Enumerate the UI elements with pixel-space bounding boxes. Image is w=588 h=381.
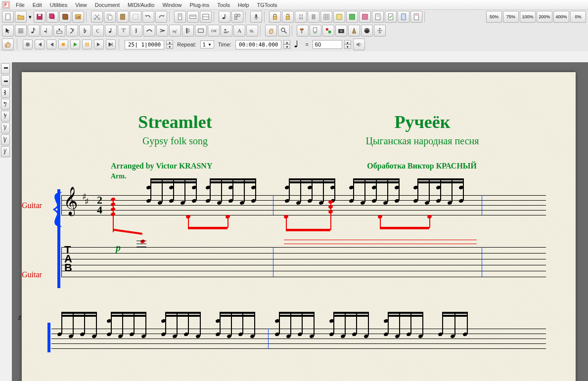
barline-tool-button[interactable] xyxy=(308,11,319,23)
transpose-button[interactable] xyxy=(219,11,230,23)
page-view-button[interactable] xyxy=(174,11,186,23)
forward-button[interactable] xyxy=(94,40,104,49)
palette-128th-rest[interactable] xyxy=(1,146,10,157)
mirror-tool[interactable] xyxy=(322,25,334,37)
layout-button[interactable] xyxy=(231,11,243,23)
stop-button[interactable] xyxy=(58,40,68,49)
palette-whole-rest[interactable] xyxy=(1,63,10,74)
rewind-button[interactable] xyxy=(46,40,56,49)
paste-button[interactable] xyxy=(117,11,129,23)
counter-spinner[interactable]: ▲▼ xyxy=(166,40,173,49)
simple-entry-tool[interactable] xyxy=(105,25,117,37)
graphics-tool[interactable] xyxy=(335,25,347,37)
tab-barline-1[interactable] xyxy=(273,247,273,277)
green-tool-button[interactable] xyxy=(346,11,358,23)
barline-1[interactable] xyxy=(273,195,273,215)
palette-64th-rest[interactable] xyxy=(1,134,10,145)
pause-button[interactable] xyxy=(82,40,92,49)
zoom-200-button[interactable]: 200% xyxy=(537,11,552,23)
forward-end-button[interactable] xyxy=(106,40,116,49)
menu-midi-audio[interactable]: MIDI/Audio xyxy=(124,1,158,9)
color-button[interactable] xyxy=(333,11,345,23)
scroll-view-button[interactable] xyxy=(187,11,199,23)
subtitle-english[interactable]: Gypsy folk song xyxy=(51,135,299,147)
staff-tool[interactable] xyxy=(15,25,27,37)
thumbs-up-button[interactable] xyxy=(2,39,14,50)
zoom-75-button[interactable]: 75% xyxy=(503,11,519,23)
unlock-button[interactable] xyxy=(282,11,294,23)
palette-16th-rest[interactable] xyxy=(1,111,10,122)
select-all-button[interactable] xyxy=(130,11,141,23)
key-tool[interactable] xyxy=(79,25,91,37)
menu-edit[interactable]: Edit xyxy=(29,1,46,9)
open-dropdown[interactable]: ▾ xyxy=(28,14,33,20)
new-button[interactable] xyxy=(2,11,14,23)
time-tool[interactable]: C xyxy=(92,25,104,37)
smart-shape-tool[interactable] xyxy=(143,25,155,37)
zoom-custom-button[interactable]: 0% xyxy=(570,11,586,23)
repeat-tool[interactable] xyxy=(182,25,194,37)
menu-tgtools[interactable]: TGTools xyxy=(253,1,281,9)
tab-barline-2[interactable] xyxy=(482,247,482,277)
zoom-400-button[interactable]: 400% xyxy=(553,11,569,23)
cut-button[interactable] xyxy=(91,11,103,23)
subtitle-russian[interactable]: Цыганская народная песня xyxy=(299,135,546,147)
speedy-tool[interactable] xyxy=(41,25,52,37)
menu-file[interactable]: File xyxy=(12,1,29,9)
selection-tool[interactable] xyxy=(2,25,14,37)
library-button[interactable]: LIB xyxy=(72,11,84,23)
menu-document[interactable]: Document xyxy=(91,1,124,9)
crescendo-line[interactable] xyxy=(284,240,477,240)
barline-2[interactable] xyxy=(482,195,482,215)
menu-view[interactable]: View xyxy=(71,1,91,9)
repeat-select[interactable]: 1▼ xyxy=(200,41,214,48)
palette-eighth-rest[interactable] xyxy=(1,99,10,110)
lyrics-tool[interactable] xyxy=(221,25,232,37)
record-button[interactable] xyxy=(23,40,33,49)
pink-tool-button[interactable] xyxy=(359,11,371,23)
menu-plugins[interactable]: Plug-ins xyxy=(186,1,214,9)
arm-marking[interactable]: Arm. xyxy=(111,172,127,180)
chord-tool[interactable]: CM7 xyxy=(208,25,220,37)
title-russian[interactable]: Ручеёк xyxy=(299,112,546,132)
hyperscribe-tool[interactable] xyxy=(53,25,65,37)
clef-tool[interactable] xyxy=(66,25,78,37)
palette-quarter-rest[interactable] xyxy=(1,87,10,98)
lock-button[interactable] xyxy=(269,11,281,23)
redo-button[interactable] xyxy=(155,11,167,23)
doc1-button[interactable] xyxy=(372,11,384,23)
measure-tool[interactable] xyxy=(195,25,207,37)
tempo-spinner[interactable]: ▲▼ xyxy=(344,40,351,49)
menu-utilities[interactable]: Utilities xyxy=(46,1,71,9)
open-button[interactable] xyxy=(15,11,27,23)
save-all-button[interactable] xyxy=(46,11,58,23)
hand-grabber-tool[interactable] xyxy=(265,25,277,37)
note-mover-tool[interactable] xyxy=(374,25,386,37)
tempo-input[interactable] xyxy=(313,40,342,49)
measure-counter[interactable]: 25| 1|0000 xyxy=(125,40,164,49)
tab-staff[interactable]: T A B xyxy=(61,245,546,279)
studio-view-button[interactable] xyxy=(200,11,212,23)
grid-button[interactable] xyxy=(320,11,332,23)
special-tool-1[interactable] xyxy=(297,25,309,37)
expression-tool[interactable]: mf xyxy=(169,25,181,37)
menu-window[interactable]: Window xyxy=(158,1,185,9)
tuplet-tool[interactable]: 3 xyxy=(118,25,130,37)
workspace[interactable]: Streamlet Gypsy folk song Ручеёк Цыганск… xyxy=(12,62,588,381)
book-button[interactable] xyxy=(59,11,71,23)
arranger-russian[interactable]: Обработка Виктор КРАСНЫЙ xyxy=(367,162,477,170)
rest-tool[interactable] xyxy=(131,25,142,37)
midi-tool[interactable] xyxy=(361,25,373,37)
palette-32nd-rest[interactable] xyxy=(1,123,10,133)
palette-half-rest[interactable] xyxy=(1,75,10,86)
notation-staff-2[interactable] xyxy=(51,324,546,353)
copy-button[interactable] xyxy=(104,11,116,23)
score-page[interactable]: Streamlet Gypsy folk song Ручеёк Цыганск… xyxy=(22,72,576,381)
doc2-button[interactable] xyxy=(385,11,397,23)
zoom-100-button[interactable]: 100% xyxy=(520,11,536,23)
tempo-tool[interactable] xyxy=(348,25,360,37)
resize-tool[interactable]: % xyxy=(246,25,258,37)
title-english[interactable]: Streamlet xyxy=(51,112,299,132)
audio-button[interactable] xyxy=(250,11,262,23)
menu-help[interactable]: Help xyxy=(234,1,253,9)
